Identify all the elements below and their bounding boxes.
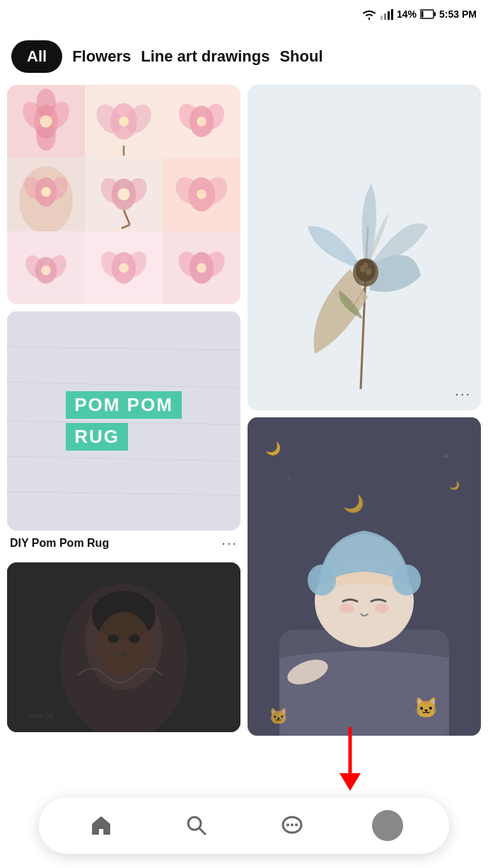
svg-text:🌙: 🌙 [265, 441, 281, 456]
svg-text:🐱: 🐱 [414, 696, 438, 719]
svg-rect-2 [388, 11, 390, 20]
time-text: 5:53 PM [439, 8, 477, 20]
svg-line-99 [199, 828, 205, 834]
svg-point-35 [117, 188, 129, 200]
pom-card-label-row: DIY Pom Pom Rug ··· [7, 531, 240, 555]
profile-avatar [372, 810, 403, 841]
svg-rect-5 [422, 11, 424, 18]
svg-rect-6 [434, 12, 436, 16]
left-column: POM POM RUG DIY Pom Pom Rug ··· [7, 85, 240, 736]
svg-point-30 [41, 187, 51, 197]
svg-text:🌙: 🌙 [343, 493, 364, 514]
svg-point-57 [197, 262, 207, 272]
pom-title-line2: RUG [66, 423, 128, 451]
svg-point-52 [119, 262, 129, 272]
category-tabs: All Flowers Line art drawings Shoul [0, 28, 488, 85]
tab-line-art[interactable]: Line art drawings [141, 47, 269, 66]
svg-point-71 [120, 652, 127, 656]
pom-pom-section: POM POM RUG DIY Pom Pom Rug ··· [7, 311, 240, 555]
main-grid: POM POM RUG DIY Pom Pom Rug ··· [0, 85, 488, 736]
tab-flowers[interactable]: Flowers [72, 47, 131, 66]
wifi-icon [361, 8, 377, 20]
flower-card-section: ··· [248, 85, 481, 410]
svg-marker-97 [339, 773, 361, 791]
svg-point-18 [119, 117, 129, 127]
svg-text:✦: ✦ [286, 475, 292, 482]
status-bar: 14% 5:53 PM [0, 0, 488, 28]
svg-point-102 [291, 823, 294, 826]
pom-card-label: DIY Pom Pom Rug [10, 537, 109, 550]
svg-point-91 [375, 603, 389, 613]
svg-point-101 [286, 823, 289, 826]
status-icons: 14% 5:53 PM [361, 8, 477, 20]
flower-more-button[interactable]: ··· [455, 386, 471, 402]
svg-point-103 [295, 823, 298, 826]
svg-point-80 [364, 262, 368, 268]
svg-point-11 [36, 88, 56, 117]
nav-profile-button[interactable] [370, 808, 405, 843]
nav-search-button[interactable] [179, 808, 214, 843]
svg-point-42 [197, 190, 207, 199]
tab-all[interactable]: All [11, 40, 62, 73]
right-column: ··· 🌙 ✦ ✦ 🌙 [248, 85, 481, 736]
pom-more-button[interactable]: ··· [221, 535, 238, 551]
svg-text:🐱: 🐱 [269, 707, 289, 726]
battery-icon [420, 9, 436, 19]
svg-rect-3 [391, 9, 393, 20]
cartoon-card[interactable]: 🌙 ✦ ✦ 🌙 [248, 417, 481, 736]
svg-point-47 [41, 265, 51, 275]
svg-point-77 [356, 259, 376, 282]
svg-rect-0 [380, 16, 383, 20]
battery-text: 14% [397, 8, 417, 20]
pom-pom-card[interactable]: POM POM RUG [7, 311, 240, 531]
nav-home-button[interactable] [83, 808, 119, 843]
pom-title-line1: POM POM [66, 391, 182, 419]
svg-point-13 [40, 115, 52, 127]
signal-icon [380, 8, 393, 20]
flower-painting-card[interactable] [248, 85, 481, 410]
arm-tattoo-card[interactable]: tattoo art [7, 562, 240, 732]
bottom-nav [39, 797, 449, 854]
svg-text:✦: ✦ [442, 451, 451, 462]
svg-point-24 [197, 117, 207, 127]
svg-point-68 [97, 612, 151, 676]
svg-text:🌙: 🌙 [449, 480, 460, 490]
svg-point-79 [366, 268, 371, 275]
nav-messages-button[interactable] [274, 808, 310, 843]
red-arrow-indicator [329, 724, 371, 797]
svg-point-69 [108, 635, 119, 643]
tab-shoulder[interactable]: Shoul [279, 47, 323, 66]
svg-text:tattoo art: tattoo art [28, 712, 54, 719]
collage-card[interactable] [7, 85, 240, 304]
svg-rect-1 [384, 13, 386, 20]
svg-point-70 [129, 635, 140, 643]
svg-point-90 [339, 603, 354, 613]
